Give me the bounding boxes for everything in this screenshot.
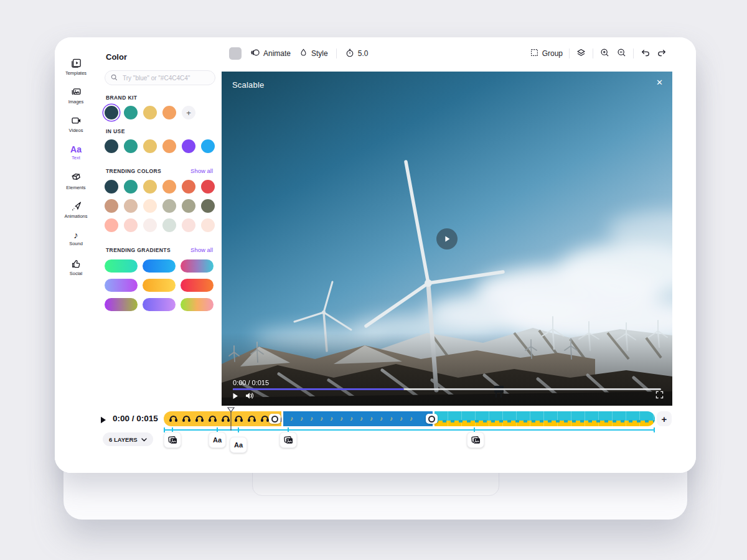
music-note-icon: ♪ [390, 416, 393, 422]
color-swatch[interactable] [143, 180, 157, 194]
style-button[interactable]: Style [299, 48, 328, 59]
close-icon[interactable]: ✕ [656, 78, 663, 87]
sidebar-item-elements[interactable]: Elements [56, 167, 96, 195]
music-note-icon: ♪ [360, 416, 363, 422]
duration-button[interactable]: 5.0 [345, 48, 369, 60]
sidebar-item-sound[interactable]: ♪ Sound [56, 224, 96, 253]
zoom-in-button[interactable] [599, 47, 610, 60]
app-window: Templates Images [55, 37, 696, 473]
add-brand-color-button[interactable]: + [182, 106, 195, 119]
transition-badge[interactable] [426, 414, 438, 424]
transition-badge[interactable] [269, 414, 281, 424]
video-clip-thumbnails[interactable] [435, 411, 655, 426]
color-swatch[interactable] [201, 180, 215, 194]
video-canvas[interactable]: Scalable ✕ 0:00 / 0:015 [222, 72, 672, 406]
timeline-track: ♪ ♪ ♪ ♪ ♪ ♪ ♪ ♪ ♪ ♪ ♪ ♪ ♪ [164, 411, 655, 426]
timeline-play-button[interactable] [100, 415, 106, 426]
trending-colors-show-all[interactable]: Show all [190, 167, 213, 174]
color-swatch[interactable] [182, 180, 195, 194]
gradient-swatch[interactable] [105, 259, 138, 273]
trending-colors-row [105, 180, 215, 194]
image-layer-icon [168, 436, 177, 444]
center-play-button[interactable] [436, 228, 458, 250]
gradient-swatch[interactable] [181, 259, 214, 273]
add-clip-button[interactable]: + [657, 411, 672, 426]
color-swatch[interactable] [124, 106, 138, 119]
text-layer-icon: Aa [234, 441, 243, 449]
sidebar-item-animations[interactable]: Animations [56, 195, 96, 224]
layer-chip-image[interactable] [280, 432, 297, 448]
timer-icon [345, 48, 355, 60]
color-swatch[interactable] [105, 180, 118, 194]
sidebar-item-social[interactable]: Social [56, 253, 96, 281]
timeline-ruler [164, 429, 655, 431]
color-swatch[interactable] [143, 199, 157, 213]
timeline: 0:00 / 0:015 6 LAYERS [55, 406, 696, 473]
color-swatch[interactable] [124, 199, 138, 213]
animations-icon [70, 200, 82, 212]
redo-button[interactable] [657, 47, 667, 60]
fill-color-swatch[interactable] [229, 47, 242, 60]
zoom-out-button[interactable] [616, 47, 627, 60]
sidebar-item-videos[interactable]: Videos [56, 110, 96, 138]
layers-icon [576, 47, 586, 60]
undo-button[interactable] [640, 47, 651, 60]
color-swatch[interactable] [182, 199, 195, 213]
color-swatch[interactable] [143, 139, 157, 153]
color-swatch[interactable] [162, 218, 176, 232]
music-note-icon: ♪ [320, 416, 323, 422]
color-swatch[interactable] [105, 199, 118, 213]
color-swatch[interactable] [143, 106, 157, 119]
music-clip[interactable]: ♪ ♪ ♪ ♪ ♪ ♪ ♪ ♪ ♪ ♪ ♪ ♪ ♪ [283, 411, 433, 426]
color-swatch[interactable] [182, 218, 195, 232]
gradient-swatch[interactable] [143, 279, 176, 292]
color-swatch[interactable] [143, 218, 157, 232]
layers-button[interactable] [576, 47, 586, 60]
layer-chip-image[interactable] [164, 432, 181, 448]
color-swatch[interactable] [182, 139, 195, 153]
video-progress-bar[interactable] [233, 388, 661, 390]
color-swatch[interactable] [201, 139, 215, 153]
sidebar-item-images[interactable]: Images [56, 81, 96, 110]
color-swatch[interactable] [162, 139, 176, 153]
color-search-input[interactable] [121, 74, 209, 82]
color-swatch[interactable] [124, 139, 138, 153]
color-swatch[interactable] [162, 180, 176, 194]
gradient-swatch[interactable] [181, 279, 214, 292]
gradient-swatch[interactable] [181, 298, 214, 311]
layer-chip-image[interactable] [467, 432, 484, 448]
gradient-row [105, 259, 214, 273]
toolbar-right-group: Group [530, 47, 667, 60]
color-swatch[interactable] [105, 106, 118, 119]
color-swatch[interactable] [105, 139, 118, 153]
gradient-swatch[interactable] [143, 298, 176, 311]
group-button[interactable]: Group [530, 48, 563, 59]
gradient-swatch[interactable] [105, 279, 138, 292]
sidebar-items: Templates Images [55, 37, 97, 281]
gradient-swatch[interactable] [105, 298, 138, 311]
color-swatch[interactable] [124, 180, 138, 194]
layer-chip-text[interactable]: Aa [209, 432, 226, 448]
play-button[interactable] [232, 391, 238, 402]
audio-clip-headphones[interactable] [164, 411, 281, 426]
animate-label: Animate [263, 49, 291, 58]
sidebar-item-text[interactable]: Aa Text [56, 138, 96, 167]
sidebar-item-templates[interactable]: Templates [56, 52, 96, 81]
group-label: Group [542, 49, 563, 58]
gradient-swatch[interactable] [143, 259, 176, 273]
trending-gradients-show-all[interactable]: Show all [190, 246, 213, 253]
headphones-icon [195, 416, 204, 422]
fullscreen-icon[interactable] [655, 390, 664, 401]
animate-button[interactable]: Animate [250, 47, 291, 60]
color-search[interactable] [105, 70, 215, 85]
color-swatch[interactable] [201, 218, 215, 232]
playhead[interactable] [227, 407, 235, 432]
color-swatch[interactable] [201, 199, 215, 213]
color-swatch[interactable] [162, 199, 176, 213]
color-swatch[interactable] [162, 106, 176, 119]
layer-chip-text[interactable]: Aa [230, 437, 247, 453]
color-swatch[interactable] [124, 218, 138, 232]
layers-dropdown[interactable]: 6 LAYERS [103, 432, 153, 446]
volume-icon[interactable] [245, 391, 254, 402]
color-swatch[interactable] [105, 218, 118, 232]
